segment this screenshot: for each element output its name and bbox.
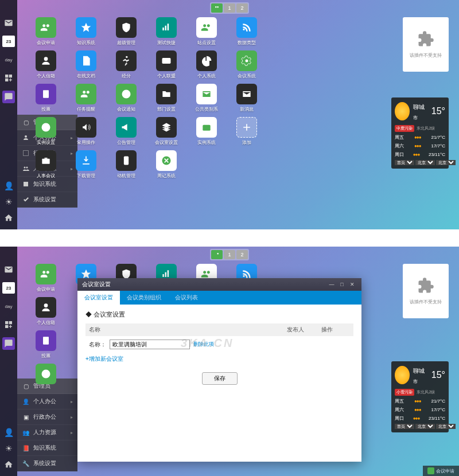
close-button[interactable]: ✕ [348,280,357,288]
dots-icon: ●●● [414,135,421,140]
plugin-widget: 该插件不受支持 [403,264,449,318]
app-label: 个人系统 [197,73,216,79]
desktop-2-button[interactable]: 1 [224,3,235,13]
app-实例系统[interactable]: 实例系统 [189,117,224,146]
weather-select-1[interactable]: 首页 [395,424,414,429]
menu-item-knowledge[interactable]: 知识系统 [17,177,77,192]
tab-category[interactable]: 会议类别组织 [120,291,168,305]
app-投票[interactable]: 投票 [29,84,63,112]
app-下载管理[interactable]: 下载管理 [69,150,103,179]
menu-item-admin[interactable]: ▣行政办公▸ [17,409,77,425]
svg-rect-10 [203,125,210,131]
desktop-3-button[interactable]: 2 [236,3,248,13]
app-会议系统[interactable]: 会议系统 [230,50,264,79]
add-room-link[interactable]: +增加新会议室 [85,353,353,365]
menu-label: 系统设置 [33,196,56,204]
dialog-tabs: 会议室设置 会议类别组织 会议列表 [77,291,361,305]
chat-icon[interactable] [2,337,15,350]
app-周记系统[interactable]: 周记系统 [149,150,184,179]
menu-item-settings[interactable]: 系统设置 [17,192,77,208]
chat-icon[interactable] [2,91,15,103]
maximize-button[interactable]: □ [337,280,347,288]
weather-condition: 东北风2级 [417,126,435,130]
dialog-titlebar[interactable]: 会议室设置 — □ ✕ [77,278,361,291]
app-任务提醒[interactable]: 任务提醒 [69,84,103,112]
tab-room-settings[interactable]: 会议室设置 [77,291,120,305]
app-添加[interactable]: 添加 [230,117,264,146]
app-投票[interactable]: 投票 [29,330,63,359]
day-icon[interactable]: day [3,54,14,65]
weather-select-3[interactable]: 北京 [436,424,456,429]
xbox-icon [156,150,177,171]
weather-city: 聊城 [413,104,425,110]
app-个人信箱[interactable]: 个人信箱 [29,50,63,79]
weather-widget: 聊城 市 15° 中度污染 东北风2级 周五●●●21/7°C 周六●●●17/… [391,97,449,169]
app-会议申请[interactable]: 会议申请 [29,264,63,292]
app-动机管理[interactable]: 动机管理 [109,150,143,179]
desktop-1-button[interactable] [211,250,223,259]
app-公告管理[interactable]: 公告管理 [109,117,143,146]
weather-select-1[interactable]: 首页 [395,160,414,165]
user-small-icon[interactable]: 👤 [3,180,14,192]
app-实例设置[interactable]: 实例设置 [29,117,63,146]
room-name-input[interactable] [110,340,190,349]
app-会议室设置[interactable]: 会议室设置 [149,117,184,146]
app-经分[interactable]: 经分 [109,50,143,79]
desktop-switcher: 1 2 [210,249,249,260]
app-label: 下载管理 [77,173,95,179]
app-常用操作[interactable]: 常用操作 [69,117,103,146]
app-个人系统[interactable]: 个人系统 [189,50,224,79]
mail-icon[interactable] [3,17,14,29]
weather-select-2[interactable]: 北京 [415,160,435,165]
desktop-1-button[interactable] [211,3,223,13]
calendar-icon[interactable]: 23 [2,282,15,294]
day-icon[interactable]: day [3,301,14,312]
weather-small-icon[interactable]: ☀ [3,443,14,454]
app-超级管理[interactable]: 超级管理 [109,17,143,46]
app-label: 投票 [41,106,50,112]
app-数据类型[interactable]: 数据类型 [230,17,264,46]
app-公共类别系[interactable]: 公共类别系 [189,84,224,112]
mail-icon[interactable] [3,264,14,275]
grid-add-icon[interactable] [3,72,14,84]
app-知识系统[interactable]: 知识系统 [69,17,103,46]
app-人事会议[interactable]: 人事会议 [29,150,63,179]
app-会议申请[interactable]: 会议申请 [29,17,63,46]
app-[interactable] [29,364,63,386]
save-button[interactable]: 保存 [202,372,238,385]
card-icon [156,50,177,71]
sound-icon [76,117,96,138]
home-icon[interactable] [3,212,14,224]
weather-select-2[interactable]: 北京 [415,424,435,429]
app-个人信箱[interactable]: 个人信箱 [29,297,63,326]
weather-small-icon[interactable]: ☀ [3,196,14,208]
app-站点设置[interactable]: 站点设置 [189,17,224,46]
app-在线文档[interactable]: 在线文档 [69,50,103,79]
desktop-3-button[interactable]: 2 [236,250,248,259]
user-small-icon[interactable]: 👤 [3,427,14,438]
desktop-icon-grid: 会议申请知识系统超级管理测试快捷站点设置数据类型个人信箱在线文档经分个人联盟个人… [29,17,304,179]
desktop-2-button[interactable]: 1 [224,250,235,259]
table-header: 名称 发布人 操作 [85,323,353,336]
app-label: 投票 [41,353,50,359]
app-会议通知[interactable]: 会议通知 [109,84,143,112]
app-测试快捷[interactable]: 测试快捷 [149,17,184,46]
calendar-icon[interactable]: 23 [2,36,15,47]
app-个人联盟[interactable]: 个人联盟 [149,50,184,79]
minimize-button[interactable]: — [327,280,336,288]
app-label: 站点设置 [197,40,216,46]
menu-item-knowledge[interactable]: 📕知识系统 [17,440,77,456]
menu-item-settings[interactable]: 🔧系统设置 [17,456,77,471]
menu-item-personal[interactable]: 👤个人办公▸ [17,394,77,409]
chevron-right-icon: ▸ [71,399,73,404]
app-新消息[interactable]: 新消息 [230,84,264,112]
tab-list[interactable]: 会议列表 [168,291,205,305]
weather-select-3[interactable]: 北京 [436,160,456,165]
app-部门设置[interactable]: 部门设置 [149,84,184,112]
home-icon[interactable] [3,459,14,470]
grid-add-icon[interactable] [3,319,14,330]
folder-icon [156,84,177,104]
menu-item-hr[interactable]: 👥人力资源▸ [17,425,77,440]
taskbar-item[interactable]: 会议申请 [427,467,454,474]
chevron-right-icon: ▸ [71,415,73,420]
